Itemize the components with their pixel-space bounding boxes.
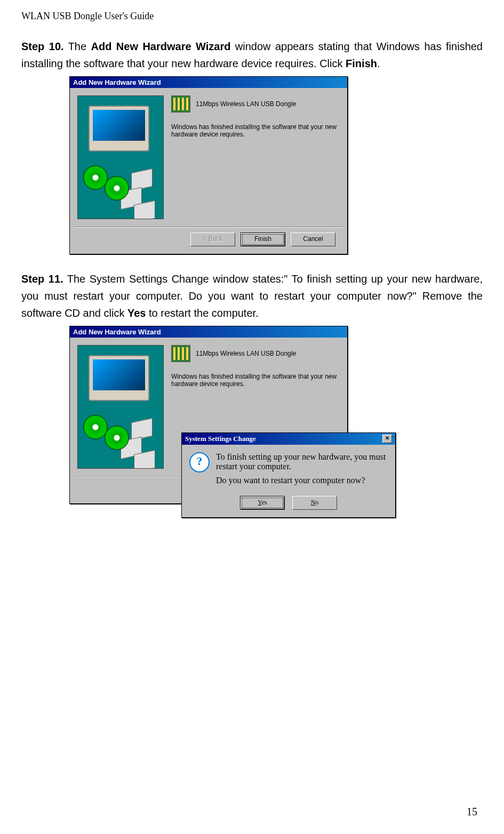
dialog-1-message: Windows has finished installing the soft…: [171, 123, 340, 138]
dialog-2-message: Windows has finished installing the soft…: [171, 373, 340, 388]
hardware-card-icon: [171, 95, 190, 113]
wizard-side-art: [77, 95, 164, 219]
inner-dialog-titlebar: System Settings Change ✕: [182, 433, 395, 445]
add-new-hardware-wizard-dialog-1: Add New Hardware Wizard 11Mbps Wireless …: [69, 76, 348, 254]
inner-message-line-2: Do you want to restart your computer now…: [216, 476, 388, 485]
question-icon: ?: [189, 452, 210, 472]
step-10-label: Step 10.: [21, 41, 64, 52]
step-10-paragraph: Step 10. The Add New Hardware Wizard win…: [21, 38, 483, 72]
yes-button[interactable]: Yes: [240, 496, 285, 510]
cancel-button-1[interactable]: Cancel: [291, 232, 335, 246]
inner-message-line-1: To finish setting up your new hardware, …: [216, 452, 388, 471]
close-icon[interactable]: ✕: [382, 435, 392, 443]
back-button-1: < Back: [190, 232, 235, 246]
system-settings-change-dialog: System Settings Change ✕ ? To finish set…: [181, 432, 396, 518]
dialog-1-titlebar: Add New Hardware Wizard: [70, 77, 347, 88]
hardware-name-2: 11Mbps Wireless LAN USB Dongle: [196, 350, 296, 357]
document-header: WLAN USB Dongle User's Guide: [21, 11, 483, 22]
dialog-2-titlebar: Add New Hardware Wizard: [70, 326, 347, 338]
step-11-bold-1: Yes: [127, 307, 146, 319]
wizard-side-art-2: [77, 345, 164, 469]
no-button[interactable]: No: [292, 496, 337, 510]
step-11-paragraph: Step 11. The System Settings Change wind…: [21, 270, 483, 322]
step-10-bold-1: Add New Hardware Wizard: [91, 41, 231, 52]
inner-dialog-title: System Settings Change: [185, 435, 256, 443]
dialog-2-title: Add New Hardware Wizard: [73, 328, 161, 336]
step-10-bold-2: Finish: [346, 58, 377, 69]
step-10-text-1: The: [64, 41, 91, 52]
finish-button-1[interactable]: Finish: [241, 232, 285, 246]
hardware-name-1: 11Mbps Wireless LAN USB Dongle: [196, 100, 296, 108]
dialog-1-title: Add New Hardware Wizard: [73, 78, 161, 86]
step-10-text-3: .: [377, 58, 380, 69]
hardware-card-icon-2: [171, 345, 190, 362]
step-11-label: Step 11.: [21, 273, 63, 285]
step-11-text-2: to restart the computer.: [146, 307, 258, 319]
page-number: 15: [467, 806, 477, 818]
